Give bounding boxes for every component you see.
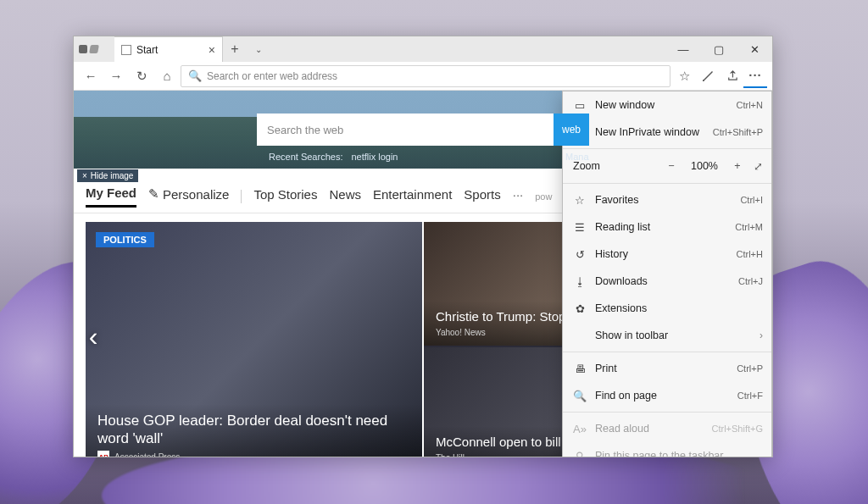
read-aloud-icon: A»: [573, 423, 587, 435]
menu-label: Print: [595, 363, 728, 374]
web-search-input[interactable]: Search the web: [257, 114, 554, 146]
tab-entertainment[interactable]: Entertainment: [373, 187, 452, 207]
share-button[interactable]: [720, 64, 743, 88]
menu-label: History: [595, 248, 728, 260]
fullscreen-button[interactable]: ⤢: [754, 160, 763, 173]
menu-label: New window: [595, 99, 728, 111]
search-icon: 🔍: [573, 390, 587, 402]
menu-separator: [563, 148, 771, 149]
menu-shortcut: Ctrl+Shift+G: [711, 424, 763, 434]
powered-by-label: pow: [535, 191, 552, 202]
menu-downloads[interactable]: ⭳ Downloads Ctrl+J: [563, 268, 771, 295]
new-tab-button[interactable]: +: [223, 36, 247, 62]
menu-label: Show in toolbar: [595, 330, 751, 341]
favorites-star-button[interactable]: ☆: [672, 64, 696, 88]
menu-separator: [563, 352, 771, 352]
news-source-label: The Hill: [436, 453, 465, 457]
source-badge-icon: AP: [97, 451, 109, 457]
search-icon: 🔍: [188, 69, 202, 82]
history-icon: ↺: [573, 248, 587, 261]
menu-label: Find on page: [595, 390, 729, 402]
tab-divider: [241, 190, 242, 203]
news-source: AP Associated Press: [97, 451, 410, 457]
chevron-right-icon: ›: [760, 330, 763, 341]
address-placeholder: Search or enter web address: [207, 70, 337, 82]
navigation-bar: ← → ↻ ⌂ 🔍 Search or enter web address ☆ …: [74, 62, 772, 91]
zoom-value: 100%: [687, 160, 721, 172]
tab-my-feed[interactable]: My Feed: [86, 186, 136, 208]
settings-and-more-button[interactable]: ···: [743, 64, 767, 88]
menu-extensions[interactable]: ✿ Extensions: [563, 295, 771, 322]
menu-separator: [563, 183, 771, 184]
download-icon: ⭳: [573, 275, 587, 288]
feed-more-button[interactable]: ···: [513, 187, 524, 207]
menu-shortcut: Ctrl+M: [735, 222, 763, 232]
menu-pin-taskbar: ⚲ Pin this page to the taskbar: [563, 442, 771, 457]
menu-shortcut: Ctrl+P: [737, 363, 763, 374]
back-button[interactable]: ←: [79, 64, 103, 88]
news-source-label: Yahoo! News: [436, 328, 486, 337]
window-close-button[interactable]: ✕: [737, 36, 772, 62]
tab-close-icon[interactable]: ×: [209, 43, 215, 57]
zoom-out-button[interactable]: −: [662, 160, 681, 172]
web-search-button[interactable]: web: [554, 114, 589, 146]
star-icon: ☆: [573, 194, 587, 207]
address-bar[interactable]: 🔍 Search or enter web address: [181, 65, 670, 87]
menu-label: Extensions: [595, 302, 763, 314]
menu-print[interactable]: 🖶 Print Ctrl+P: [563, 355, 771, 382]
menu-read-aloud: A» Read aloud Ctrl+Shift+G: [563, 415, 771, 442]
window-maximize-button[interactable]: ▢: [701, 36, 737, 62]
forward-button[interactable]: →: [104, 64, 128, 88]
menu-reading-list[interactable]: ☰ Reading list Ctrl+M: [563, 213, 771, 241]
menu-label: Read aloud: [595, 423, 703, 435]
category-badge: POLITICS: [96, 232, 154, 247]
close-icon: ×: [82, 171, 87, 180]
refresh-button[interactable]: ↻: [130, 64, 153, 88]
hide-image-button[interactable]: × Hide image: [77, 169, 138, 182]
menu-shortcut: Ctrl+I: [740, 195, 763, 205]
pencil-icon: ✎: [148, 186, 159, 202]
recent-search-item[interactable]: netflix login: [351, 152, 398, 162]
menu-find-on-page[interactable]: 🔍 Find on page Ctrl+F: [563, 382, 771, 409]
web-search-placeholder: Search the web: [267, 124, 343, 136]
news-card-main[interactable]: POLITICS House GOP leader: Border deal d…: [86, 222, 422, 457]
zoom-in-button[interactable]: +: [728, 160, 747, 172]
tabs-dropdown-button[interactable]: ⌄: [247, 36, 270, 62]
settings-and-more-menu: ▭ New window Ctrl+N ◧ New InPrivate wind…: [562, 91, 772, 457]
menu-new-inprivate[interactable]: ◧ New InPrivate window Ctrl+Shift+P: [563, 119, 771, 146]
tab-favicon-icon: [121, 45, 131, 55]
reading-list-icon: ☰: [573, 221, 587, 234]
browser-tab-start[interactable]: Start ×: [114, 36, 223, 62]
home-button[interactable]: ⌂: [155, 64, 179, 88]
hide-image-label: Hide image: [91, 171, 134, 180]
window-minimize-button[interactable]: —: [665, 36, 701, 62]
recent-searches-label: Recent Searches:: [269, 152, 342, 162]
menu-label: Favorites: [595, 194, 732, 206]
taskview-icon: [79, 45, 87, 53]
tab-top-stories[interactable]: Top Stories: [253, 187, 317, 207]
tab-news[interactable]: News: [329, 187, 361, 207]
menu-shortcut: Ctrl+F: [737, 390, 763, 401]
page-content: Search the web web Recent Searches: netf…: [74, 91, 772, 457]
titlebar: Start × + ⌄ — ▢ ✕: [74, 36, 772, 62]
menu-shortcut: Ctrl+H: [737, 249, 763, 259]
menu-zoom-row: Zoom − 100% + ⤢: [563, 152, 771, 180]
menu-show-in-toolbar[interactable]: Show in toolbar ›: [563, 322, 771, 349]
menu-label: Pin this page to the taskbar: [595, 450, 763, 457]
tab-sports[interactable]: Sports: [464, 187, 500, 207]
reading-view-button[interactable]: [696, 64, 720, 88]
menu-shortcut: Ctrl+J: [738, 276, 763, 286]
recent-searches-row: Recent Searches: netflix login Mana: [269, 152, 398, 162]
menu-label: Reading list: [595, 221, 726, 233]
menu-separator: [563, 412, 771, 413]
window-icon: ▭: [573, 99, 587, 112]
tab-personalize[interactable]: ✎ Personalize: [148, 186, 229, 207]
set-aside-tabs-icon[interactable]: [89, 45, 99, 53]
news-source-label: Associated Press: [114, 452, 180, 457]
menu-favorites[interactable]: ☆ Favorites Ctrl+I: [563, 186, 771, 213]
carousel-prev-button[interactable]: ‹: [82, 319, 104, 353]
taskview-icons: [74, 36, 114, 62]
menu-new-window[interactable]: ▭ New window Ctrl+N: [563, 91, 771, 119]
recent-manage-link[interactable]: Mana: [565, 152, 589, 162]
menu-history[interactable]: ↺ History Ctrl+H: [563, 241, 771, 268]
